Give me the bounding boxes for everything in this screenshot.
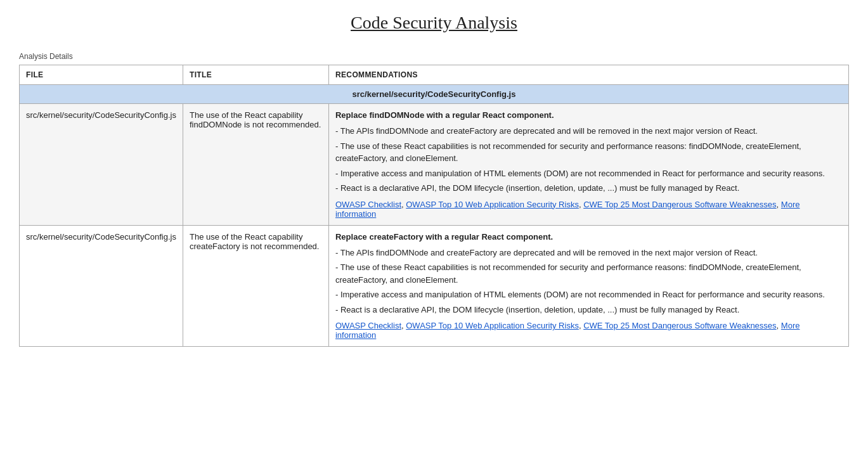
analysis-table: FILE TITLE RECOMMENDATIONS src/kernel/se… bbox=[19, 65, 849, 347]
table-row: src/kernel/security/CodeSecurityConfig.j… bbox=[20, 104, 849, 226]
table-row: src/kernel/security/CodeSecurityConfig.j… bbox=[20, 225, 849, 347]
rec-bullet: - The APIs findDOMNode and createFactory… bbox=[335, 247, 842, 259]
rec-link[interactable]: CWE Top 25 Most Dangerous Software Weakn… bbox=[583, 200, 776, 209]
rec-bullet: - Imperative access and manipulation of … bbox=[335, 288, 842, 301]
title-cell: The use of the React capability createFa… bbox=[183, 225, 328, 347]
rec-bullet: - React is a declarative API, the DOM li… bbox=[335, 304, 842, 316]
rec-link[interactable]: OWASP Top 10 Web Application Security Ri… bbox=[406, 200, 579, 209]
recommendations-cell: Replace findDOMNode with a regular React… bbox=[328, 104, 848, 226]
title-cell: The use of the React capability findDOMN… bbox=[183, 104, 328, 226]
col-header-recommendations: RECOMMENDATIONS bbox=[328, 65, 848, 85]
col-header-file: FILE bbox=[20, 65, 183, 85]
file-cell: src/kernel/security/CodeSecurityConfig.j… bbox=[20, 225, 183, 347]
rec-links: OWASP Checklist, OWASP Top 10 Web Applic… bbox=[335, 321, 842, 340]
table-header: FILE TITLE RECOMMENDATIONS bbox=[20, 65, 849, 85]
rec-link[interactable]: CWE Top 25 Most Dangerous Software Weakn… bbox=[583, 321, 776, 330]
rec-bullet: - The APIs findDOMNode and createFactory… bbox=[335, 125, 842, 138]
recommendations-cell: Replace createFactory with a regular Rea… bbox=[328, 225, 848, 347]
rec-links: OWASP Checklist, OWASP Top 10 Web Applic… bbox=[335, 200, 842, 219]
rec-title: Replace findDOMNode with a regular React… bbox=[335, 110, 842, 120]
rec-link[interactable]: OWASP Checklist bbox=[335, 321, 401, 330]
group-header-row: src/kernel/security/CodeSecurityConfig.j… bbox=[20, 85, 849, 104]
page-title: Code Security Analysis bbox=[19, 13, 849, 33]
rec-body: - The APIs findDOMNode and createFactory… bbox=[335, 125, 842, 195]
rec-bullet: - Imperative access and manipulation of … bbox=[335, 167, 842, 180]
col-header-title: TITLE bbox=[183, 65, 328, 85]
rec-bullet: - The use of these React capabilities is… bbox=[335, 261, 842, 286]
file-cell: src/kernel/security/CodeSecurityConfig.j… bbox=[20, 104, 183, 226]
group-header-cell: src/kernel/security/CodeSecurityConfig.j… bbox=[20, 85, 849, 104]
rec-bullet: - The use of these React capabilities is… bbox=[335, 140, 842, 165]
rec-link[interactable]: OWASP Checklist bbox=[335, 200, 401, 209]
section-label: Analysis Details bbox=[19, 52, 849, 61]
rec-link[interactable]: OWASP Top 10 Web Application Security Ri… bbox=[406, 321, 579, 330]
table-body: src/kernel/security/CodeSecurityConfig.j… bbox=[20, 85, 849, 347]
rec-body: - The APIs findDOMNode and createFactory… bbox=[335, 247, 842, 316]
rec-title: Replace createFactory with a regular Rea… bbox=[335, 232, 842, 242]
rec-bullet: - React is a declarative API, the DOM li… bbox=[335, 182, 842, 195]
